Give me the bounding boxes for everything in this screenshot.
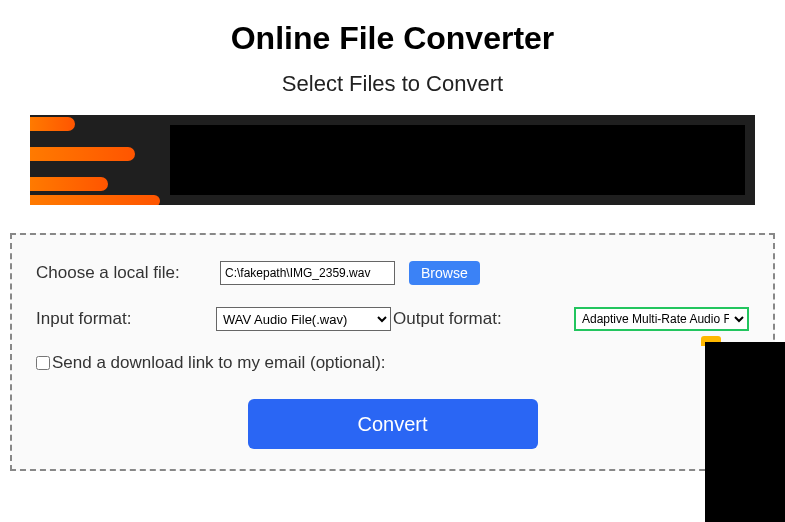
- convert-button[interactable]: Convert: [248, 399, 538, 449]
- input-format-select[interactable]: WAV Audio File(.wav): [216, 307, 391, 331]
- output-format-select[interactable]: Adaptive Multi-Rate Audio File(.amr): [574, 307, 749, 331]
- input-format-label: Input format:: [36, 309, 216, 329]
- page-title: Online File Converter: [0, 20, 785, 57]
- output-format-label: Output format:: [393, 309, 502, 329]
- choose-file-label: Choose a local file:: [36, 263, 216, 283]
- banner-decoration: [30, 115, 180, 205]
- file-path-display: C:\fakepath\IMG_2359.wav: [220, 261, 395, 285]
- email-checkbox[interactable]: [36, 356, 50, 370]
- email-checkbox-label: Send a download link to my email (option…: [52, 353, 386, 373]
- converter-form: Choose a local file: C:\fakepath\IMG_235…: [10, 233, 775, 471]
- ad-banner: [30, 115, 755, 205]
- page-subtitle: Select Files to Convert: [0, 71, 785, 97]
- banner-content: [170, 125, 745, 195]
- browse-button[interactable]: Browse: [409, 261, 480, 285]
- overlay-panel: [705, 342, 785, 522]
